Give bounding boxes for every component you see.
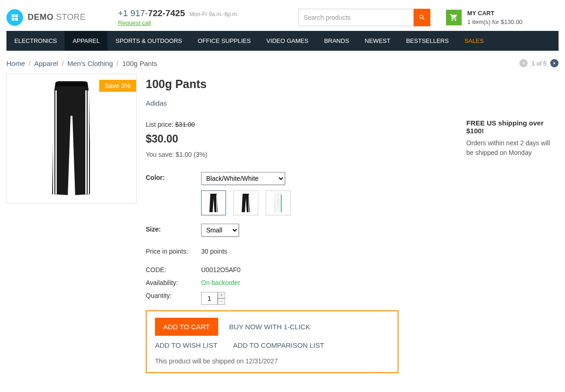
quantity-label: Quantity: — [146, 292, 201, 305]
quantity-increase-button[interactable]: + — [218, 292, 225, 298]
swatch-white[interactable] — [266, 190, 291, 215]
availability-label: Availability: — [146, 279, 201, 286]
hours: Mon-Fr 9a.m.-6p.m. — [190, 11, 238, 18]
search-icon — [418, 14, 426, 21]
logo-text: DEMO STORE — [28, 12, 86, 22]
shipping-promo-title: FREE US shipping over $100! — [466, 119, 559, 135]
cart-info: MY CART 1 item(s) for $130.00 — [467, 10, 523, 25]
nav-item-electronics[interactable]: ELECTRONICS — [6, 31, 65, 51]
breadcrumb-link[interactable]: Men's Clothing — [67, 59, 113, 67]
size-select[interactable]: Small — [201, 224, 239, 237]
pager: 1 of 5 — [519, 59, 559, 67]
phone-block: +1 917-722-7425 Mon-Fr 9a.m.-6p.m. Reque… — [118, 8, 238, 26]
points-label: Price in points: — [146, 248, 201, 255]
svg-rect-10 — [216, 195, 217, 212]
color-label: Color: — [146, 172, 201, 181]
cart-summary: 1 item(s) for $130.00 — [467, 18, 523, 25]
color-swatches — [201, 190, 457, 215]
swatch-black[interactable] — [201, 190, 226, 215]
logo[interactable]: DEMO STORE — [6, 9, 86, 26]
savings: You save: $1.00 (3%) — [146, 151, 457, 158]
pager-prev-button[interactable] — [519, 59, 528, 67]
shipping-promo-detail: Orders within next 2 days will be shippe… — [466, 138, 559, 158]
cart-title: MY CART — [467, 10, 523, 17]
nav-item-bestsellers[interactable]: BESTSELLERS — [398, 31, 457, 51]
svg-rect-4 — [85, 90, 87, 194]
quantity-input[interactable] — [201, 292, 218, 305]
search-button[interactable] — [414, 9, 430, 26]
breadcrumb: Home/Apparel/Men's Clothing/100g Pants — [6, 59, 157, 67]
nav-item-sales[interactable]: SALES — [457, 31, 492, 51]
chevron-right-icon — [553, 61, 556, 65]
points-value: 30 points — [201, 248, 227, 255]
nav-item-video-games[interactable]: VIDEO GAMES — [259, 31, 316, 51]
breadcrumb-link[interactable]: Home — [6, 59, 25, 67]
pants-image — [35, 79, 108, 199]
main-nav: ELECTRONICSAPPARELSPORTS & OUTDOORSOFFIC… — [6, 31, 559, 51]
svg-rect-5 — [88, 90, 89, 194]
code-value: U0012O5AF0 — [201, 266, 241, 273]
product-image[interactable]: Save 3% — [6, 74, 137, 204]
pager-next-button[interactable] — [550, 59, 559, 67]
search-input[interactable] — [298, 9, 414, 26]
cart-icon — [450, 13, 458, 22]
product-title: 100g Pants — [146, 77, 457, 91]
nav-item-office-supplies[interactable]: OFFICE SUPPLIES — [190, 31, 259, 51]
svg-rect-9 — [55, 83, 88, 86]
svg-rect-2 — [12, 18, 14, 20]
shipping-note: This product will be shipped on 12/31/20… — [155, 357, 389, 365]
svg-rect-7 — [53, 90, 54, 194]
add-to-cart-button[interactable]: ADD TO CART — [155, 318, 218, 336]
swatch-black-2[interactable] — [233, 190, 258, 215]
cart-button[interactable] — [446, 10, 462, 25]
svg-rect-1 — [15, 14, 18, 17]
search-wrap — [298, 9, 430, 26]
list-price: List price: $31.00 — [146, 121, 457, 128]
logo-icon — [6, 9, 23, 26]
cart-wrap[interactable]: MY CART 1 item(s) for $130.00 — [446, 10, 523, 25]
add-to-comparison-button[interactable]: ADD TO COMPARISON LIST — [233, 341, 324, 349]
pager-text: 1 of 5 — [531, 60, 547, 67]
quantity-decrease-button[interactable]: − — [218, 298, 225, 305]
chevron-left-icon — [522, 61, 525, 65]
svg-rect-12 — [281, 195, 282, 212]
svg-rect-11 — [249, 195, 250, 212]
brand-link[interactable]: Adidas — [146, 99, 457, 107]
breadcrumb-current: 100g Pants — [122, 59, 157, 67]
action-box: ADD TO CART BUY NOW WITH 1-CLICK ADD TO … — [146, 310, 398, 373]
svg-rect-0 — [12, 14, 14, 17]
color-select[interactable]: Black/White/White — [201, 172, 285, 185]
nav-item-brands[interactable]: BRANDS — [316, 31, 357, 51]
svg-rect-8 — [55, 90, 57, 194]
nav-item-newest[interactable]: NEWEST — [357, 31, 398, 51]
availability-value: On backorder — [201, 279, 240, 286]
phone-number: +1 917-722-7425 — [118, 8, 185, 18]
nav-item-apparel[interactable]: APPAREL — [65, 31, 107, 51]
buy-now-button[interactable]: BUY NOW WITH 1-CLICK — [229, 323, 310, 331]
price: $30.00 — [146, 133, 457, 145]
svg-rect-6 — [90, 90, 91, 194]
add-to-wishlist-button[interactable]: ADD TO WISH LIST — [155, 341, 217, 349]
code-label: CODE: — [146, 266, 201, 273]
size-label: Size: — [146, 224, 201, 233]
discount-badge: Save 3% — [99, 80, 136, 92]
request-call-link[interactable]: Request call — [118, 19, 238, 26]
svg-rect-3 — [15, 18, 18, 20]
nav-item-sports-outdoors[interactable]: SPORTS & OUTDOORS — [107, 31, 190, 51]
breadcrumb-link[interactable]: Apparel — [34, 59, 58, 67]
